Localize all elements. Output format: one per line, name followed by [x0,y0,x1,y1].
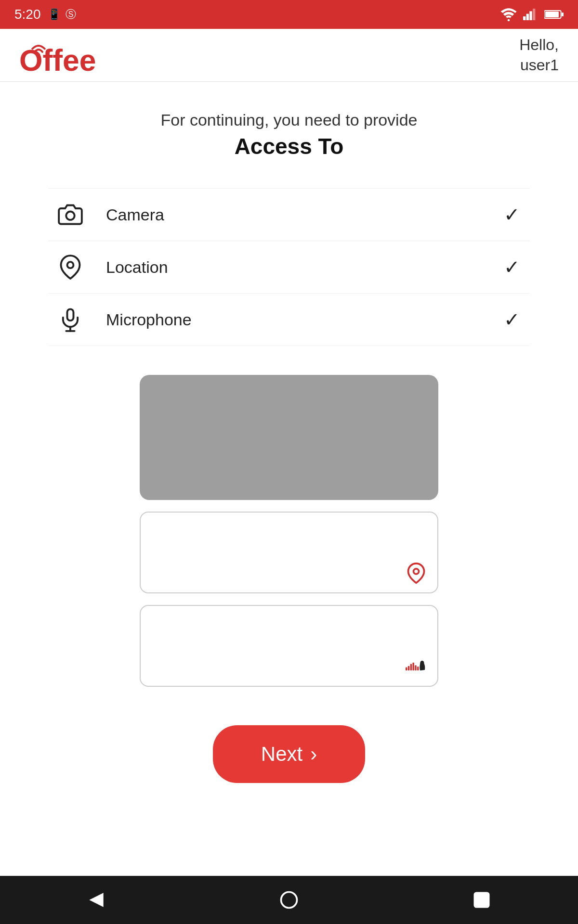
camera-icon [58,202,92,227]
location-label: Location [92,258,504,277]
sim-icon: 📱 [48,8,61,21]
permission-camera: Camera ✓ [48,188,530,241]
next-chevron-icon: › [310,743,317,766]
svg-rect-19 [412,663,414,671]
svg-point-0 [508,19,510,21]
app-bar: Offee Hello, user1 [0,29,578,82]
microphone-check: ✓ [504,308,520,331]
widgets-area [140,375,438,687]
intro-title: Access To [160,133,417,159]
svg-rect-18 [410,664,412,671]
status-time: 5:20 [14,7,41,22]
svg-rect-16 [406,667,407,670]
svg-rect-6 [545,12,559,17]
permission-location: Location ✓ [48,241,530,294]
intro-section: For continuing, you need to provide Acce… [160,111,417,159]
location-input-box[interactable] [140,512,438,593]
svg-marker-23 [89,893,103,907]
permissions-list: Camera ✓ Location ✓ [48,188,530,346]
home-button[interactable] [270,881,308,919]
svg-rect-25 [474,893,488,907]
camera-check: ✓ [504,204,520,226]
intro-subtitle: For continuing, you need to provide [160,111,417,129]
svg-point-10 [66,212,74,220]
camera-preview-widget [140,375,438,500]
svg-point-24 [281,892,297,908]
svg-rect-3 [529,11,532,20]
svg-point-22 [420,661,424,666]
recents-button[interactable] [462,881,501,919]
offee-logo-icon: Offee [19,36,96,75]
svg-rect-21 [417,667,419,670]
svg-rect-20 [415,665,416,670]
svg-text:Offee: Offee [19,44,96,75]
back-button[interactable] [77,881,116,919]
next-button-label: Next [261,743,302,766]
svg-rect-12 [67,309,74,321]
status-bar: 5:20 📱 Ⓢ [0,0,578,29]
next-button[interactable]: Next › [213,725,365,783]
svg-rect-17 [408,666,409,671]
greeting-text: Hello, user1 [519,35,559,75]
permission-microphone: Microphone ✓ [48,294,530,346]
wifi-icon [500,8,517,21]
soundcloud-input-icon [406,656,427,677]
svg-rect-1 [523,16,525,20]
location-check: ✓ [504,256,520,278]
shield-icon: Ⓢ [66,7,76,22]
bottom-nav [0,876,578,924]
location-icon [58,255,92,280]
svg-point-15 [414,569,419,574]
microphone-icon [58,307,92,332]
microphone-input-box[interactable] [140,605,438,687]
svg-rect-4 [533,9,535,20]
camera-label: Camera [92,205,504,224]
svg-point-11 [67,262,74,268]
status-icons: 📱 Ⓢ [48,7,76,22]
status-left: 5:20 📱 Ⓢ [14,7,76,22]
svg-rect-7 [562,13,564,16]
svg-rect-2 [526,14,529,20]
status-right [500,8,564,21]
signal-icon [523,8,539,21]
main-content: For continuing, you need to provide Acce… [0,82,578,876]
location-input-icon [406,563,427,584]
battery-icon [544,9,564,20]
logo-container: Offee [19,36,96,75]
microphone-label: Microphone [92,310,504,329]
